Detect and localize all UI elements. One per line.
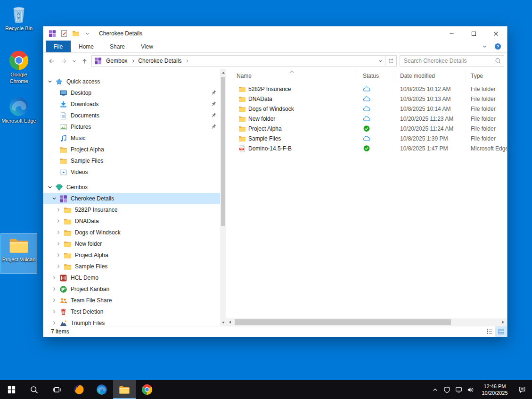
scroll-up-arrow[interactable] [220,69,226,76]
taskbar-chrome-button[interactable] [136,380,158,399]
nav-item-dnadata[interactable]: DNAData [43,216,220,227]
details-view-button[interactable] [483,326,495,337]
nav-item-documents[interactable]: Documents [43,110,220,121]
properties-button[interactable] [58,28,70,39]
nav-scrollbar-thumb[interactable] [221,77,225,226]
tab-share[interactable]: Share [102,41,133,52]
nav-item-project-kanban[interactable]: Project Kanban [43,283,220,295]
chevron-collapsed-icon[interactable] [51,320,57,326]
column-header-date-modified[interactable]: Date modified [395,70,466,82]
thumbnails-view-button[interactable] [495,326,507,337]
desktop[interactable]: Recycle BinGoogle ChromeMicrosoft EdgePr… [0,0,532,399]
taskbar-clock[interactable]: 12:46 PM 10/20/2025 [476,383,513,396]
chevron-collapsed-icon[interactable] [51,298,57,303]
back-button[interactable] [45,55,57,67]
chevron-collapsed-icon[interactable] [56,252,61,258]
nav-item-pictures[interactable]: Pictures [43,121,220,133]
chevron-collapsed-icon[interactable] [51,275,57,281]
tab-view[interactable]: View [133,41,161,52]
network-button[interactable] [453,380,465,399]
horizontal-scrollbar-thumb[interactable] [235,319,451,325]
nav-item-downloads[interactable]: Downloads [43,99,220,110]
file-row-5282p-insurance[interactable]: 5282P Insurance10/8/2025 10:12 AMFile fo… [226,84,507,94]
file-row-dnadata[interactable]: DNAData10/8/2025 10:13 AMFile folder [226,94,507,104]
close-button[interactable] [485,26,507,41]
nav-item-sample-files[interactable]: Sample Files [43,155,220,166]
chevron-collapsed-icon[interactable] [56,241,61,247]
scroll-right-arrow[interactable] [499,318,507,326]
nav-item-dogs-of-windsock[interactable]: Dogs of Windsock [43,227,220,238]
hidden-icons-chevron-button[interactable] [429,380,441,399]
horizontal-scrollbar[interactable] [226,318,507,326]
breadcrumb-item-cherokee-details[interactable]: Cherokee Details [136,56,184,66]
desktop-icon-google-chrome[interactable]: Google Chrome [1,49,37,89]
scroll-left-arrow[interactable] [226,318,234,326]
desktop-icon-microsoft-edge[interactable]: Microsoft Edge [1,95,37,135]
nav-item-new-folder[interactable]: New folder [43,238,220,249]
file-row-domino-14-5-f-b[interactable]: PDFDomino-14.5-F-B10/8/2025 1:47 PMMicro… [226,143,507,153]
taskbar-edge-button[interactable] [90,380,113,399]
nav-item-gembox[interactable]: Gembox [43,182,220,193]
action-center-button[interactable] [513,380,531,399]
breadcrumb-item-gembox[interactable]: Gembox [104,56,130,66]
maximize-button[interactable] [463,26,485,41]
scroll-down-arrow[interactable] [220,319,226,326]
nav-item-sample-files[interactable]: Sample Files [43,261,220,272]
recent-locations-button[interactable] [70,55,78,67]
windows-security-button[interactable] [441,380,453,399]
title-bar[interactable]: Cherokee Details [43,26,507,41]
refresh-button[interactable] [385,55,397,66]
file-row-dogs-of-windsock[interactable]: Dogs of Windsock10/8/2025 10:14 AMFile f… [226,104,507,114]
tab-home[interactable]: Home [71,41,102,52]
chevron-collapsed-icon[interactable] [51,309,57,315]
desktop-icon-recycle-bin[interactable]: Recycle Bin [1,3,37,42]
nav-item-triumph-files[interactable]: Triumph Files [43,317,220,326]
nav-item-project-alpha[interactable]: Project Alpha [43,249,220,261]
volume-button[interactable] [465,380,476,399]
nav-item-5282p-insurance[interactable]: 5282P Insurance [43,204,220,216]
chevron-collapsed-icon[interactable] [51,286,57,292]
nav-item-hcl-demo[interactable]: HCL Demo [43,272,220,283]
nav-item-project-alpha[interactable]: Project Alpha [43,144,220,155]
nav-item-team-file-share[interactable]: Team File Share [43,295,220,306]
chevron-expanded-icon[interactable] [47,79,53,84]
chevron-collapsed-icon[interactable] [56,230,61,235]
column-header-type[interactable]: Type [466,70,507,82]
start-button[interactable] [0,380,23,399]
nav-item-music[interactable]: Music [43,133,220,144]
expand-ribbon-chevron-icon[interactable] [482,44,487,49]
chevron-expanded-icon[interactable] [47,184,53,190]
nav-item-desktop[interactable]: Desktop [43,87,220,99]
chevron-collapsed-icon[interactable] [56,264,61,269]
nav-item-test-deletion[interactable]: Test Deletion [43,306,220,317]
new-folder-button[interactable] [70,28,82,39]
help-icon[interactable]: ? [494,43,501,50]
breadcrumb-chevron-icon[interactable] [130,56,136,66]
taskbar-task-view-button[interactable] [45,380,68,399]
chevron-expanded-icon[interactable] [51,196,57,201]
search-icon[interactable] [495,58,501,64]
address-dropdown-chevron[interactable] [376,56,385,66]
taskbar-firefox-button[interactable] [68,380,90,399]
tab-file[interactable]: File [46,41,71,52]
taskbar-file-explorer-button[interactable] [113,380,136,399]
window-icon[interactable] [46,28,58,39]
up-button[interactable] [78,55,90,67]
nav-item-quick-access[interactable]: Quick access [43,76,220,87]
file-row-project-alpha[interactable]: Project Alpha10/20/2025 11:24 AMFile fol… [226,124,507,133]
chevron-collapsed-icon[interactable] [56,207,61,213]
column-header-name[interactable]: Name [226,70,357,82]
nav-item-cherokee-details[interactable]: Cherokee Details [43,193,220,204]
nav-item-videos[interactable]: Videos [43,166,220,178]
taskbar-search-button[interactable] [23,380,45,399]
nav-vertical-scrollbar[interactable] [220,69,226,326]
forward-button[interactable] [57,55,70,67]
address-input[interactable]: GemboxCherokee Details [91,55,385,66]
search-input[interactable] [404,58,495,64]
desktop-icon-project-vulcan[interactable]: Project Vulcan [1,234,37,274]
file-row-new-folder[interactable]: New folder10/20/2025 11:23 AMFile folder [226,114,507,124]
file-row-sample-files[interactable]: Sample Files10/8/2025 1:39 PMFile folder [226,133,507,143]
customize-quick-access-toolbar-button[interactable] [82,28,93,39]
minimize-button[interactable] [441,26,463,41]
breadcrumb-chevron-icon[interactable] [184,56,190,66]
